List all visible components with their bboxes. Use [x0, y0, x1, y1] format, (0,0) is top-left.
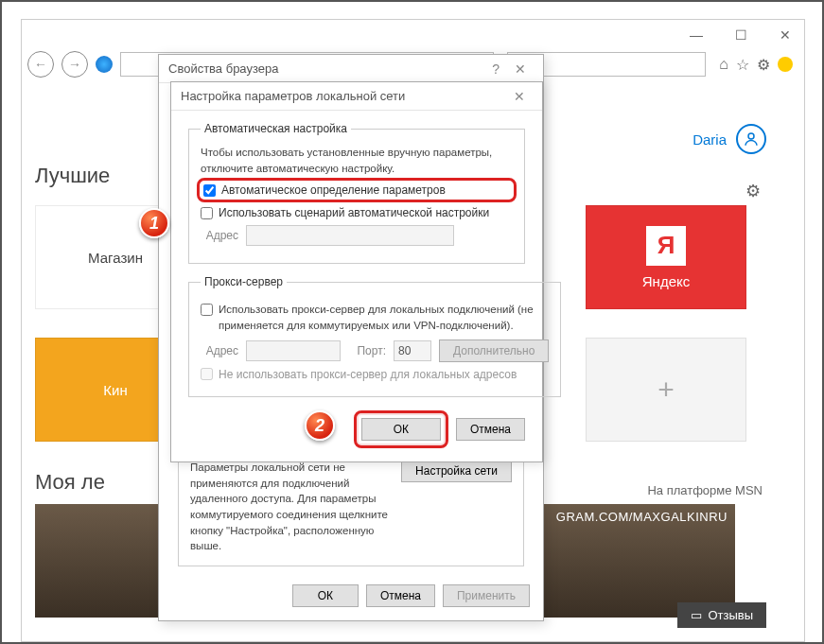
- minimize-button[interactable]: —: [680, 24, 712, 46]
- tiles-settings-icon[interactable]: ⚙: [745, 181, 761, 201]
- maximize-button[interactable]: ☐: [726, 24, 757, 46]
- feed-tile-3[interactable]: GRAM.COM/MAXGALKINRU: [516, 504, 735, 618]
- dialog2-ok-button[interactable]: ОК: [361, 418, 441, 441]
- ie-icon: [96, 56, 113, 73]
- forward-button[interactable]: →: [61, 51, 88, 78]
- home-icon[interactable]: ⌂: [719, 56, 728, 73]
- toolbar-right-icons: ⌂ ☆ ⚙: [713, 56, 798, 74]
- lan-settings-button[interactable]: Настройка сети: [401, 460, 512, 482]
- step-badge-1: 1: [139, 208, 169, 238]
- dialog2-titlebar: Настройка параметров локальной сети ✕: [171, 82, 542, 111]
- proxy-bypass-checkbox: [201, 368, 213, 380]
- dialog1-close-button[interactable]: ✕: [507, 61, 534, 77]
- script-address-row: Адрес: [201, 225, 513, 246]
- back-button[interactable]: ←: [27, 51, 54, 78]
- script-address-label: Адрес: [201, 229, 238, 242]
- proxy-port-input: [394, 340, 431, 361]
- auto-detect-highlight: Автоматическое определение параметров: [197, 178, 517, 202]
- reviews-button[interactable]: ▭ Отзывы: [677, 602, 766, 628]
- ok-highlight: ОК: [354, 410, 448, 448]
- favorites-icon[interactable]: ☆: [736, 56, 749, 74]
- auto-script-checkbox[interactable]: [201, 207, 213, 219]
- auto-config-fieldset: Автоматическая настройка Чтобы использов…: [188, 122, 525, 264]
- dialog2-cancel-button[interactable]: Отмена: [456, 418, 525, 441]
- avatar-icon: [736, 124, 766, 154]
- proxy-port-label: Порт:: [348, 344, 386, 357]
- proxy-address-input: [246, 340, 341, 361]
- dialog1-titlebar: Свойства браузера ? ✕: [159, 55, 543, 83]
- proxy-bypass-row: Не использовать прокси-сервер для локаль…: [201, 368, 549, 381]
- dialog1-help-button[interactable]: ?: [484, 61, 507, 77]
- tile-yandex[interactable]: Я Яндекс: [586, 205, 746, 309]
- tile-add[interactable]: +: [586, 338, 746, 442]
- auto-config-legend: Автоматическая настройка: [201, 122, 351, 135]
- auto-script-row: Использовать сценарий автоматической нас…: [201, 206, 513, 219]
- dialog2-button-row: ОК Отмена: [188, 410, 525, 448]
- dialog1-cancel-button[interactable]: Отмена: [366, 584, 435, 607]
- proxy-bypass-label: Не использовать прокси-сервер для локаль…: [219, 368, 517, 381]
- dialog1-button-row: ОК Отмена Применить: [292, 584, 530, 607]
- svg-point-0: [748, 133, 754, 139]
- proxy-use-label: Использовать прокси-сервер для локальных…: [219, 302, 549, 333]
- dialog2-close-button[interactable]: ✕: [506, 89, 533, 104]
- proxy-address-label: Адрес: [201, 344, 238, 357]
- user-name: Daria: [693, 131, 727, 148]
- window-close-button[interactable]: ✕: [770, 24, 800, 46]
- auto-detect-checkbox[interactable]: [203, 184, 216, 197]
- auto-detect-label: Автоматическое определение параметров: [221, 183, 446, 197]
- proxy-use-checkbox[interactable]: [201, 304, 213, 316]
- dialog1-apply-button[interactable]: Применить: [443, 584, 530, 607]
- auto-config-text: Чтобы использовать установленные вручную…: [201, 145, 513, 176]
- dialog1-title: Свойства браузера: [168, 61, 278, 76]
- proxy-use-row: Использовать прокси-сервер для локальных…: [201, 302, 549, 333]
- smiley-icon[interactable]: [778, 57, 793, 72]
- proxy-fieldset: Прокси-сервер Использовать прокси-сервер…: [188, 275, 561, 396]
- settings-icon[interactable]: ⚙: [757, 56, 770, 74]
- script-address-input: [246, 225, 454, 246]
- lan-settings-dialog: Настройка параметров локальной сети ✕ Ав…: [170, 81, 543, 462]
- dialog1-ok-button[interactable]: ОК: [292, 584, 359, 607]
- lan-settings-text: Параметры локальной сети не применяются …: [190, 460, 392, 554]
- msn-platform-label: На платформе MSN: [647, 483, 763, 497]
- step-badge-2: 2: [305, 410, 335, 441]
- dialog2-title: Настройка параметров локальной сети: [181, 89, 405, 103]
- proxy-address-row: Адрес Порт: Дополнительно: [201, 339, 549, 362]
- window-titlebar: — ☐ ✕: [22, 20, 804, 50]
- proxy-advanced-button: Дополнительно: [439, 339, 549, 362]
- chat-icon: ▭: [691, 608, 702, 622]
- user-badge[interactable]: Daria: [693, 124, 766, 154]
- feed-overlay-text: GRAM.COM/MAXGALKINRU: [523, 510, 728, 524]
- auto-script-label: Использовать сценарий автоматической нас…: [219, 206, 489, 219]
- proxy-legend: Прокси-сервер: [201, 275, 287, 288]
- yandex-logo-icon: Я: [646, 226, 686, 266]
